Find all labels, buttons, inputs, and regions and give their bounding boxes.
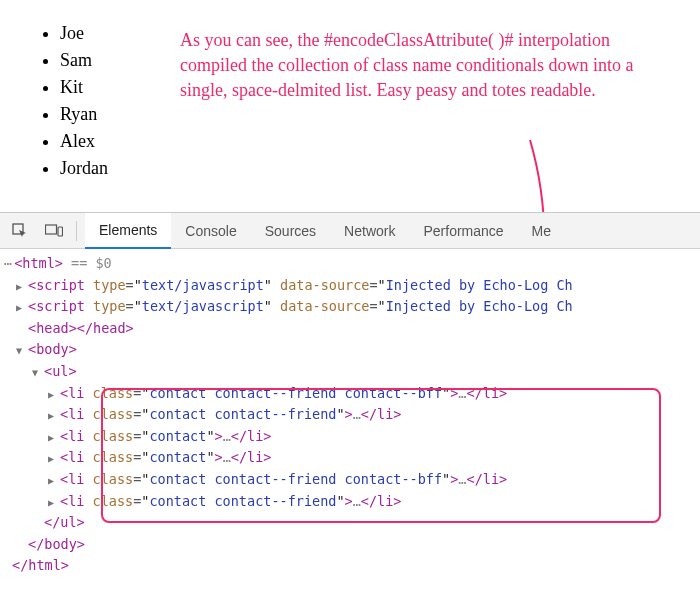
dom-body-close[interactable]: </body> xyxy=(0,534,700,556)
tab-more[interactable]: Me xyxy=(518,213,565,249)
inspect-icon[interactable] xyxy=(6,217,34,245)
tab-performance[interactable]: Performance xyxy=(409,213,517,249)
dom-li-line[interactable]: ▶<li class="contact contact--friend cont… xyxy=(0,383,700,405)
dom-body-open[interactable]: ▼<body> xyxy=(0,339,700,361)
list-item: Jordan xyxy=(60,155,680,182)
dom-head-line[interactable]: <head></head> xyxy=(0,318,700,340)
dom-li-line[interactable]: ▶<li class="contact contact--friend">…</… xyxy=(0,491,700,513)
svg-rect-1 xyxy=(46,225,57,234)
dom-html-line[interactable]: ⋯<html> == $0 xyxy=(0,253,700,275)
dom-tree[interactable]: ⋯<html> == $0 ▶<script type="text/javasc… xyxy=(0,249,700,587)
dom-ul-open[interactable]: ▼<ul> xyxy=(0,361,700,383)
devtools-panel: Elements Console Sources Network Perform… xyxy=(0,212,700,587)
list-item: Alex xyxy=(60,128,680,155)
toolbar-separator xyxy=(76,221,77,241)
tab-network[interactable]: Network xyxy=(330,213,409,249)
device-toggle-icon[interactable] xyxy=(40,217,68,245)
list-item: Ryan xyxy=(60,101,680,128)
tab-elements[interactable]: Elements xyxy=(85,213,171,249)
tab-console[interactable]: Console xyxy=(171,213,250,249)
tab-sources[interactable]: Sources xyxy=(251,213,330,249)
dom-ul-close[interactable]: </ul> xyxy=(0,512,700,534)
dom-li-line[interactable]: ▶<li class="contact">…</li> xyxy=(0,426,700,448)
svg-rect-2 xyxy=(58,227,63,236)
dom-li-line[interactable]: ▶<li class="contact">…</li> xyxy=(0,447,700,469)
dom-script-line[interactable]: ▶<script type="text/javascript" data-sou… xyxy=(0,275,700,297)
dom-script-line[interactable]: ▶<script type="text/javascript" data-sou… xyxy=(0,296,700,318)
dom-li-line[interactable]: ▶<li class="contact contact--friend">…</… xyxy=(0,404,700,426)
devtools-toolbar: Elements Console Sources Network Perform… xyxy=(0,213,700,249)
annotation-text: As you can see, the #encodeClassAttribut… xyxy=(180,28,660,104)
dom-li-line[interactable]: ▶<li class="contact contact--friend cont… xyxy=(0,469,700,491)
dom-html-close[interactable]: </html> xyxy=(0,555,700,577)
